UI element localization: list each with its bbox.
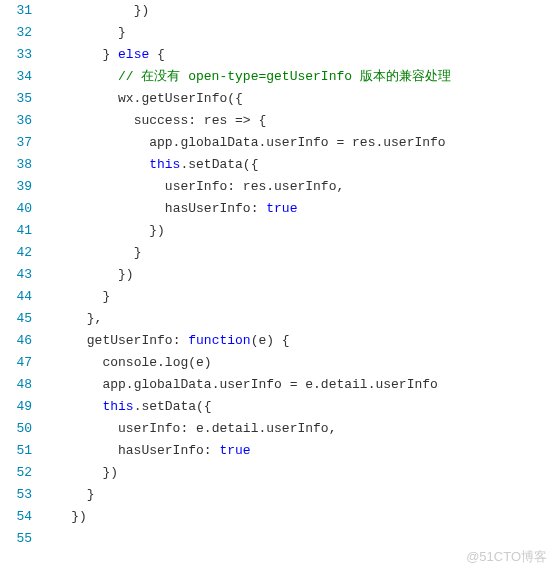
code-text: .setData({	[180, 157, 258, 172]
code-line[interactable]: })	[40, 264, 557, 286]
keyword-else: else	[118, 47, 149, 62]
code-line[interactable]: })	[40, 506, 557, 528]
code-line[interactable]: }	[40, 286, 557, 308]
code-text: {	[149, 47, 165, 62]
line-number: 48	[0, 374, 32, 396]
code-line[interactable]: hasUserInfo: true	[40, 440, 557, 462]
indent	[40, 69, 118, 84]
code-line[interactable]: getUserInfo: function(e) {	[40, 330, 557, 352]
indent	[40, 267, 118, 282]
code-text: console.log(e)	[102, 355, 211, 370]
indent	[40, 311, 87, 326]
code-text: })	[71, 509, 87, 524]
code-text: (e) {	[251, 333, 290, 348]
code-text: }	[87, 487, 95, 502]
line-number: 50	[0, 418, 32, 440]
code-line[interactable]: userInfo: e.detail.userInfo,	[40, 418, 557, 440]
code-line[interactable]: success: res => {	[40, 110, 557, 132]
code-line[interactable]: })	[40, 462, 557, 484]
code-line[interactable]: },	[40, 308, 557, 330]
watermark-text: @51CTO博客	[466, 548, 547, 566]
line-number: 37	[0, 132, 32, 154]
keyword-function: function	[188, 333, 250, 348]
line-number: 34	[0, 66, 32, 88]
line-number: 36	[0, 110, 32, 132]
code-text: }	[118, 25, 126, 40]
indent	[40, 333, 87, 348]
line-number: 32	[0, 22, 32, 44]
indent	[40, 25, 118, 40]
indent	[40, 421, 118, 436]
keyword-this: this	[149, 157, 180, 172]
indent	[40, 135, 149, 150]
line-number: 42	[0, 242, 32, 264]
code-text: userInfo: e.detail.userInfo,	[118, 421, 336, 436]
indent	[40, 245, 134, 260]
code-text: userInfo: res.userInfo,	[165, 179, 344, 194]
code-line[interactable]: app.globalData.userInfo = res.userInfo	[40, 132, 557, 154]
line-number-gutter: 31 32 33 34 35 36 37 38 39 40 41 42 43 4…	[0, 0, 40, 574]
line-number: 49	[0, 396, 32, 418]
indent	[40, 91, 118, 106]
code-line[interactable]	[40, 528, 557, 550]
line-number: 40	[0, 198, 32, 220]
code-line[interactable]: }	[40, 242, 557, 264]
code-text: })	[118, 267, 134, 282]
code-editor[interactable]: 31 32 33 34 35 36 37 38 39 40 41 42 43 4…	[0, 0, 557, 574]
code-line[interactable]: app.globalData.userInfo = e.detail.userI…	[40, 374, 557, 396]
code-text: }	[102, 47, 118, 62]
comment-text: // 在没有 open-type=getUserInfo 版本的兼容处理	[118, 69, 451, 84]
line-number: 33	[0, 44, 32, 66]
indent	[40, 157, 149, 172]
indent	[40, 487, 87, 502]
line-number: 38	[0, 154, 32, 176]
keyword-true: true	[266, 201, 297, 216]
code-line[interactable]: // 在没有 open-type=getUserInfo 版本的兼容处理	[40, 66, 557, 88]
line-number: 53	[0, 484, 32, 506]
line-number: 55	[0, 528, 32, 550]
code-text: })	[149, 223, 165, 238]
code-text: })	[134, 3, 150, 18]
line-number: 43	[0, 264, 32, 286]
indent	[40, 509, 71, 524]
indent	[40, 179, 165, 194]
indent	[40, 3, 134, 18]
code-line[interactable]: })	[40, 0, 557, 22]
indent	[40, 223, 149, 238]
line-number: 47	[0, 352, 32, 374]
keyword-this: this	[102, 399, 133, 414]
code-text: }	[134, 245, 142, 260]
code-text: hasUserInfo:	[118, 443, 219, 458]
code-line[interactable]: wx.getUserInfo({	[40, 88, 557, 110]
keyword-true: true	[219, 443, 250, 458]
line-number: 54	[0, 506, 32, 528]
indent	[40, 47, 102, 62]
line-number: 45	[0, 308, 32, 330]
code-text: },	[87, 311, 103, 326]
code-line[interactable]: } else {	[40, 44, 557, 66]
code-line[interactable]: console.log(e)	[40, 352, 557, 374]
code-text: getUserInfo:	[87, 333, 188, 348]
code-line[interactable]: hasUserInfo: true	[40, 198, 557, 220]
indent	[40, 201, 165, 216]
indent	[40, 377, 102, 392]
indent	[40, 399, 102, 414]
code-line[interactable]: userInfo: res.userInfo,	[40, 176, 557, 198]
code-line[interactable]: this.setData({	[40, 396, 557, 418]
code-text: wx.getUserInfo({	[118, 91, 243, 106]
code-line[interactable]: }	[40, 484, 557, 506]
indent	[40, 465, 102, 480]
code-area[interactable]: }) } } else { // 在没有 open-type=getUserIn…	[40, 0, 557, 574]
code-text: app.globalData.userInfo = e.detail.userI…	[102, 377, 437, 392]
line-number: 44	[0, 286, 32, 308]
code-line[interactable]: }	[40, 22, 557, 44]
code-text: }	[102, 289, 110, 304]
indent	[40, 443, 118, 458]
code-line[interactable]: })	[40, 220, 557, 242]
line-number: 31	[0, 0, 32, 22]
line-number: 41	[0, 220, 32, 242]
code-line[interactable]: this.setData({	[40, 154, 557, 176]
code-text: .setData({	[134, 399, 212, 414]
indent	[40, 289, 102, 304]
code-text: })	[102, 465, 118, 480]
